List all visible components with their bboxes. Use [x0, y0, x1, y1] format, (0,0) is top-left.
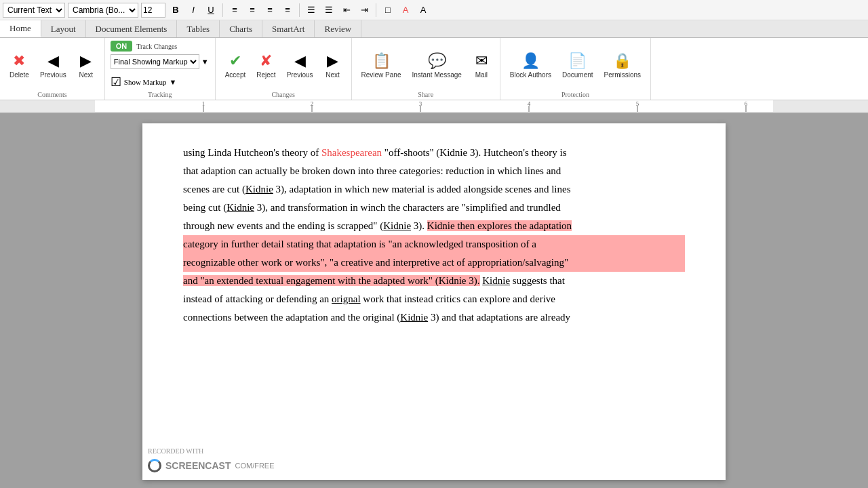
prev-comment-icon: ◀: [47, 52, 59, 70]
orignal-word: orignal: [332, 293, 361, 304]
underline-button[interactable]: U: [203, 3, 218, 18]
tab-layout[interactable]: Layout: [41, 20, 86, 37]
show-markup-label: Show Markup: [124, 78, 167, 86]
prev-change-icon: ◀: [294, 52, 306, 70]
highlighted-kidnie: Kidnie then explores the adaptation: [427, 220, 572, 231]
next-comment-label: Next: [79, 71, 94, 79]
delete-btn-row: ✖ Delete: [5, 49, 33, 81]
previous-comment-button[interactable]: ◀ Previous: [36, 49, 71, 81]
loading-circle: [148, 459, 161, 472]
delete-label: Delete: [9, 71, 29, 79]
paragraph-5: through new events and the ending is scr…: [183, 217, 685, 235]
kidnie-suggests: Kidnie: [482, 275, 510, 286]
paragraph-10: connections between the adaptation and t…: [183, 308, 685, 327]
reject-label: Reject: [256, 71, 275, 79]
document-page: using Linda Hutcheon's theory of Shakesp…: [142, 123, 726, 480]
prev-comment-label: Previous: [40, 71, 66, 79]
align-justify-button[interactable]: ≡: [280, 3, 295, 18]
text-style-select[interactable]: Current Text: [3, 3, 65, 18]
accept-icon: ✔: [229, 52, 241, 70]
tab-document-elements[interactable]: Document Elements: [86, 20, 178, 37]
tab-review[interactable]: Review: [315, 20, 361, 37]
document-button[interactable]: 📄 Document: [558, 49, 597, 81]
track-toggle-button[interactable]: ON: [111, 41, 133, 52]
font-name-select[interactable]: Cambria (Bo...: [68, 3, 138, 18]
font-size-input[interactable]: [141, 3, 165, 18]
kidnie-ref-4: Kidnie: [400, 312, 428, 323]
list-bullet-button[interactable]: ☰: [304, 3, 319, 18]
reject-button[interactable]: ✘ Reject: [252, 49, 279, 81]
tab-smartart[interactable]: SmartArt: [262, 20, 315, 37]
ribbon: ✖ Delete ◀ Previous ▶ Next Comments: [0, 38, 868, 100]
kidnie-ref-3: Kidnie: [383, 220, 411, 231]
mail-button[interactable]: ✉ Mail: [469, 49, 494, 81]
block-authors-icon: 👤: [521, 52, 540, 70]
font-bar: Current Text Cambria (Bo... B I U ≡ ≡ ≡ …: [0, 0, 868, 20]
paragraph-1: using Linda Hutcheon's theory of Shakesp…: [183, 144, 685, 162]
separator2: [299, 3, 300, 17]
instant-message-label: Instant Message: [412, 71, 461, 79]
paragraph-8: and "an extended textual engagement with…: [183, 272, 685, 290]
comments-group: ✖ Delete ◀ Previous ▶ Next Comments: [0, 38, 105, 100]
indent-less-button[interactable]: ⇤: [339, 3, 354, 18]
share-group-label: Share: [418, 89, 433, 98]
ruler: 1 2 3 4 5 6: [0, 100, 868, 113]
show-markup-arrow[interactable]: ▼: [169, 78, 176, 86]
instant-message-icon: 💬: [428, 52, 446, 70]
svg-text:2: 2: [311, 100, 314, 107]
paragraph-6: category in further detail stating that …: [183, 235, 685, 253]
protection-buttons: 👤 Block Authors 📄 Document 🔒 Permissions: [506, 41, 645, 89]
review-pane-button[interactable]: 📋 Review Pane: [357, 49, 406, 81]
highlight-button[interactable]: A: [398, 3, 413, 18]
document-label: Document: [562, 71, 593, 79]
tab-charts[interactable]: Charts: [220, 20, 262, 37]
svg-text:3: 3: [419, 100, 422, 107]
changes-group: ✔ Accept ✘ Reject ◀ Previous ▶ Next Chan…: [216, 38, 352, 100]
block-authors-label: Block Authors: [510, 71, 551, 79]
tab-home[interactable]: Home: [0, 20, 41, 37]
highlight-p8: and "an extended textual engagement with…: [183, 275, 480, 286]
svg-text:5: 5: [636, 100, 639, 107]
bold-button[interactable]: B: [168, 3, 183, 18]
block-authors-button[interactable]: 👤 Block Authors: [506, 49, 555, 81]
delete-area: ✖ Delete: [5, 49, 33, 81]
kidnie-ref-1: Kidnie: [245, 184, 273, 195]
accept-button[interactable]: ✔ Accept: [221, 49, 250, 81]
protection-group-label: Protection: [561, 89, 589, 98]
shakespearean-word: Shakespearean: [321, 147, 382, 158]
next-comment-button[interactable]: ▶ Next: [73, 49, 99, 81]
indent-more-button[interactable]: ⇥: [357, 3, 372, 18]
mail-icon: ✉: [475, 52, 488, 70]
track-changes-label: Track Changes: [136, 43, 177, 50]
prev-change-label: Previous: [287, 71, 313, 79]
permissions-button[interactable]: 🔒 Permissions: [600, 49, 645, 81]
review-pane-label: Review Pane: [361, 71, 401, 79]
color-button[interactable]: A: [416, 3, 431, 18]
italic-button[interactable]: I: [186, 3, 201, 18]
align-right-button[interactable]: ≡: [262, 3, 277, 18]
svg-text:6: 6: [745, 100, 748, 107]
prev-change-button[interactable]: ◀ Previous: [283, 49, 317, 81]
next-change-button[interactable]: ▶ Next: [320, 49, 346, 81]
comments-group-label: Comments: [37, 89, 66, 98]
permissions-icon: 🔒: [613, 52, 631, 70]
border-button[interactable]: □: [380, 3, 395, 18]
markup-dropdown-arrow[interactable]: ▼: [201, 54, 210, 69]
tracking-dropdown: Final Showing Markup ▼: [111, 54, 210, 69]
align-left-button[interactable]: ≡: [227, 3, 242, 18]
next-comment-icon: ▶: [80, 52, 92, 70]
paragraph-7: recognizable other work or works", "a cr…: [183, 253, 685, 272]
delete-button[interactable]: ✖ Delete: [5, 49, 33, 81]
list-number-button[interactable]: ☰: [321, 3, 336, 18]
tab-tables[interactable]: Tables: [177, 20, 220, 37]
separator3: [376, 3, 376, 17]
instant-message-button[interactable]: 💬 Instant Message: [408, 49, 465, 81]
markup-select[interactable]: Final Showing Markup: [111, 54, 199, 69]
tracking-group-label: Tracking: [148, 89, 172, 98]
show-markup-icon: ☑: [111, 75, 121, 89]
changes-group-label: Changes: [271, 89, 294, 98]
document-area: using Linda Hutcheon's theory of Shakesp…: [0, 113, 868, 488]
paragraph-4: being cut (Kidnie 3), and transformation…: [183, 199, 685, 217]
track-changes-row: ON Track Changes: [111, 41, 177, 52]
align-center-button[interactable]: ≡: [245, 3, 260, 18]
